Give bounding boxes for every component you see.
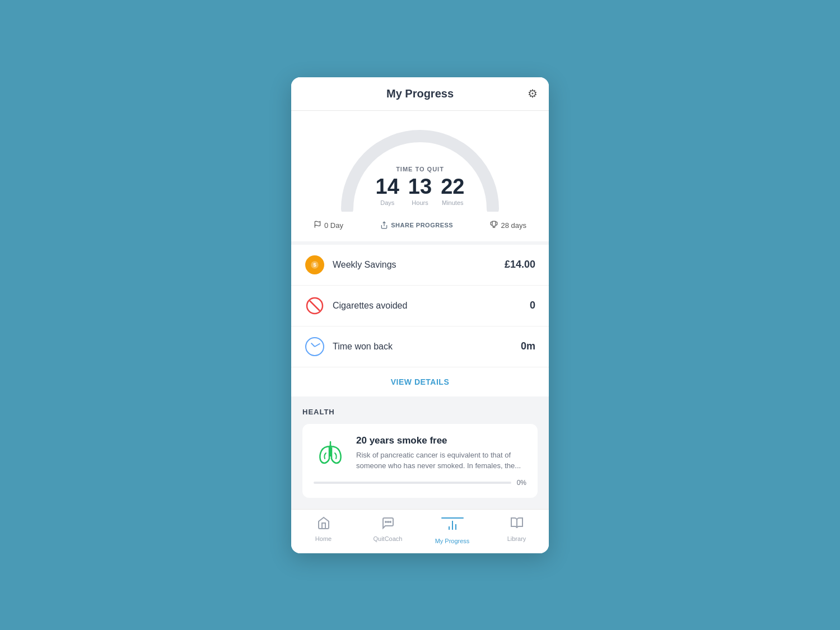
cigarettes-avoided-row: Cigarettes avoided 0 (291, 286, 549, 326)
hours-value: 13 (408, 176, 432, 197)
days-label: Days (380, 199, 394, 206)
timer-inner: TIME TO QUIT 14 Days 13 Hours 22 Minutes (376, 166, 465, 206)
header: My Progress ⚙ (291, 77, 549, 111)
hours-label: Hours (412, 199, 428, 206)
time-to-quit-label: TIME TO QUIT (376, 166, 465, 172)
nav-my-progress-label: My Progress (435, 538, 470, 544)
nav-quitcoach-label: QuitCoach (374, 535, 403, 542)
stats-section: $ Weekly Savings £14.00 Cigarettes avoid… (291, 241, 549, 396)
end-day-label: 28 days (501, 221, 526, 230)
coin-icon: $ (305, 255, 325, 275)
start-day-label: 0 Day (324, 221, 343, 230)
time-won-back-row: Time won back 0m (291, 326, 549, 367)
svg-line-7 (310, 301, 320, 311)
lungs-icon (314, 436, 347, 472)
flag-icon (314, 221, 321, 230)
time-won-back-label: Time won back (333, 342, 393, 352)
minutes-unit: 22 Minutes (441, 176, 464, 206)
days-value: 14 (376, 176, 399, 197)
my-progress-icon (446, 519, 459, 535)
weekly-savings-label: Weekly Savings (333, 260, 396, 270)
time-values: 14 Days 13 Hours 22 Minutes (376, 176, 465, 206)
svg-point-8 (388, 521, 389, 522)
hours-unit: 13 Hours (408, 176, 432, 206)
bottom-nav: Home QuitCoach My Pr (291, 509, 549, 553)
svg-point-9 (385, 521, 386, 522)
view-details-label: VIEW DETAILS (391, 377, 450, 386)
svg-rect-3 (493, 221, 496, 226)
start-day-item: 0 Day (314, 221, 343, 230)
view-details-button[interactable]: VIEW DETAILS (291, 367, 549, 396)
time-won-back-left: Time won back (305, 337, 393, 357)
home-icon (317, 516, 330, 533)
health-section-title: HEALTH (302, 408, 538, 416)
share-progress-label: SHARE PROGRESS (391, 222, 453, 228)
nav-library-label: Library (507, 535, 526, 542)
page-title: My Progress (386, 87, 454, 100)
health-progress-row: 0% (314, 479, 526, 487)
health-card-title: 20 years smoke free (356, 435, 526, 446)
library-icon (510, 516, 524, 533)
svg-text:$: $ (313, 262, 316, 268)
timer-section: TIME TO QUIT 14 Days 13 Hours 22 Minutes (291, 111, 549, 241)
health-percent: 0% (517, 479, 526, 487)
health-section: HEALTH (291, 396, 549, 509)
clock-icon (305, 337, 325, 357)
health-card-text: 20 years smoke free Risk of pancreatic c… (356, 435, 526, 472)
weekly-savings-left: $ Weekly Savings (305, 255, 396, 275)
health-card-description: Risk of pancreatic cancer is equivalent … (356, 450, 526, 472)
health-card-top: 20 years smoke free Risk of pancreatic c… (314, 435, 526, 472)
nav-item-home[interactable]: Home (304, 516, 343, 544)
nav-item-library[interactable]: Library (497, 516, 536, 544)
arc-container: TIME TO QUIT 14 Days 13 Hours 22 Minutes (336, 122, 504, 212)
minutes-label: Minutes (442, 199, 464, 206)
nav-item-my-progress[interactable]: My Progress (433, 516, 472, 544)
time-won-back-value: 0m (521, 340, 535, 352)
quitcoach-icon (381, 516, 395, 533)
trophy-icon (490, 221, 498, 230)
weekly-savings-row: $ Weekly Savings £14.00 (291, 245, 549, 286)
health-card[interactable]: 20 years smoke free Risk of pancreatic c… (302, 424, 538, 498)
cigarettes-avoided-label: Cigarettes avoided (333, 301, 407, 311)
no-smoke-icon (305, 296, 325, 316)
share-progress-button[interactable]: SHARE PROGRESS (380, 221, 453, 229)
weekly-savings-value: £14.00 (505, 259, 535, 270)
days-unit: 14 Days (376, 176, 399, 206)
nav-home-label: Home (315, 535, 332, 542)
gear-icon[interactable]: ⚙ (528, 87, 538, 100)
svg-point-10 (390, 521, 391, 522)
cigarettes-avoided-value: 0 (530, 300, 535, 311)
health-progress-bar (314, 482, 511, 484)
end-day-item: 28 days (490, 221, 526, 230)
cigarettes-avoided-left: Cigarettes avoided (305, 296, 407, 316)
progress-row: 0 Day SHARE PROGRESS (302, 212, 538, 241)
phone-frame: My Progress ⚙ TIME TO QUIT 14 Days 13 Ho… (291, 77, 549, 553)
minutes-value: 22 (441, 176, 464, 197)
nav-item-quitcoach[interactable]: QuitCoach (368, 516, 408, 544)
